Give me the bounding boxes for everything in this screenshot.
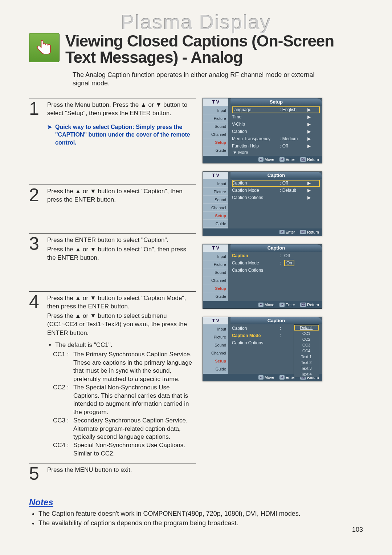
osd-row-value: : Off [280, 181, 305, 186]
title-row: Viewing Closed Captions (On-Screen Text … [29, 33, 363, 66]
cc-code: CC4 : [53, 441, 71, 458]
osd-submenu-option[interactable]: Default [294, 325, 319, 331]
step-text: Press the ▲ or ▼ button to select "Capti… [47, 294, 196, 337]
step-text: Press the Menu button. Press the ▲ or ▼ … [47, 101, 196, 117]
enter-icon: ↵ [279, 157, 285, 162]
osd-nav-item[interactable]: Setup [203, 212, 228, 220]
osd-hint: ↵Enter [279, 303, 295, 307]
osd-nav-item[interactable]: Channel [203, 130, 228, 138]
osd-nav-item[interactable]: Channel [203, 276, 228, 284]
osd-nav-item[interactable]: Guide [203, 220, 228, 228]
osd-submenu-option[interactable]: CC2 [294, 336, 319, 342]
osd-row[interactable]: Language: English▶ [232, 106, 320, 113]
osd-row[interactable]: Menu Transparency: Medium▶ [232, 135, 320, 142]
osd-row[interactable]: Caption Mode:On [232, 260, 320, 267]
osd-row-label: Caption Options [232, 195, 278, 200]
step-1: 1 Press the Menu button. Press the ▲ or … [29, 98, 196, 152]
osd-submenu-option[interactable]: Text 2 [294, 360, 319, 365]
osd-more[interactable]: ▼ More [232, 150, 320, 155]
cc-code: CC3 : [53, 417, 71, 441]
osd-row[interactable]: Caption:Off [232, 252, 320, 259]
osd-row-value: Off [284, 253, 310, 258]
osd-nav-item[interactable]: Picture [203, 260, 228, 268]
osd-submenu[interactable]: DefaultCC1CC2CC3CC4Text 1Text 2Text 3Tex… [294, 324, 319, 377]
enter-icon: ↵ [279, 375, 285, 380]
osd-submenu-option[interactable]: CC3 [294, 342, 319, 348]
osd-row-label: Language [232, 107, 278, 112]
osd-row[interactable]: Caption▶ [232, 128, 320, 135]
osd-row[interactable]: Function Help: Off▶ [232, 143, 320, 150]
chevron-right-icon: ▶ [307, 181, 311, 186]
step-text: Press the ENTER button to select "Captio… [47, 236, 196, 263]
osd-row[interactable]: V-Chip▶ [232, 121, 320, 128]
cc-code: CC1 : [53, 351, 71, 384]
osd-submenu-option[interactable]: CC1 [294, 331, 319, 336]
osd-nav-item[interactable]: Sound [203, 196, 228, 204]
osd-hint: ✦Move [258, 303, 274, 307]
osd-titlebar: Caption [230, 172, 322, 179]
osd-hint: ⌧Return [300, 303, 319, 307]
osd-submenu-option[interactable]: Text 4 [294, 371, 319, 377]
chevron-right-icon: ▶ [307, 195, 311, 200]
osd-row[interactable]: Caption Mode: Default▶ [232, 187, 320, 194]
step-number: 2 [29, 187, 45, 205]
cc-descriptions: CC1 :The Primary Synchronous Caption Ser… [47, 351, 196, 458]
osd-caption: T VCaptionInputPictureSoundChannelSetupG… [203, 171, 322, 236]
step-4: 4 Press the ▲ or ▼ button to select "Cap… [29, 291, 196, 463]
osd-nav-item[interactable]: Sound [203, 122, 228, 130]
brand-header: Plasma Display [29, 10, 363, 34]
osd-nav-item[interactable]: Channel [203, 204, 228, 212]
osd-nav-item[interactable]: Guide [203, 292, 228, 300]
osd-row[interactable]: Caption: Off▶ [232, 180, 320, 187]
return-icon: ⌧ [300, 230, 306, 234]
chevron-right-icon: ▶ [307, 129, 311, 134]
osd-nav-item[interactable]: Input [203, 106, 228, 114]
osd-nav-item[interactable]: Input [203, 180, 228, 188]
osd-nav-item[interactable]: Channel [203, 349, 228, 357]
default-note: The default is "CC1". [47, 341, 196, 349]
note-item: The Caption feature doesn't work in COMP… [38, 509, 363, 518]
osd-row-label: V-Chip [232, 122, 278, 127]
osd-row-label: Time [232, 114, 278, 119]
osd-tv-label: T V [203, 172, 228, 179]
osd-row-value: : Off [280, 143, 305, 149]
osd-row-value: : English [280, 107, 305, 112]
osd-nav-item[interactable]: Setup [203, 138, 228, 146]
osd-nav-item[interactable]: Guide [203, 365, 228, 373]
page-title: Viewing Closed Captions (On-Screen Text … [65, 33, 363, 66]
osd-hint: ↵Enter [279, 375, 295, 380]
bullet: The default is "CC1". [55, 341, 196, 349]
osd-row[interactable]: Caption Options [232, 267, 320, 274]
osd-nav-item[interactable]: Guide [203, 146, 228, 154]
osd-tv-label: T V [203, 98, 228, 106]
step-number: 5 [29, 466, 45, 482]
osd-submenu-option[interactable]: Text 1 [294, 354, 319, 360]
osd-nav-item[interactable]: Sound [203, 341, 228, 349]
osd-nav-item[interactable]: Picture [203, 333, 228, 341]
osd-nav-item[interactable]: Setup [203, 357, 228, 365]
osd-tv-label: T V [203, 244, 228, 252]
osd-titlebar: Caption [230, 317, 322, 324]
osd-titlebar: Caption [230, 244, 322, 252]
osd-nav-item[interactable]: Input [203, 325, 228, 333]
enter-icon: ↵ [279, 303, 285, 307]
move-icon: ✦ [258, 303, 264, 307]
osd-nav-item[interactable]: Picture [203, 114, 228, 122]
osd-submenu-option[interactable]: Text 3 [294, 365, 319, 371]
notes-section: Notes The Caption feature doesn't work i… [29, 497, 363, 528]
osd-row-value: : Medium [280, 136, 305, 141]
osd-hint: ⌧Return [300, 230, 319, 234]
notes-heading: Notes [29, 497, 363, 507]
osd-nav-item[interactable]: Input [203, 252, 228, 260]
osd-nav-item[interactable]: Picture [203, 188, 228, 196]
osd-nav-item[interactable]: Setup [203, 284, 228, 292]
osd-column: T VSetupInputPictureSoundChannelSetupGui… [203, 98, 363, 487]
osd-submenu-option[interactable]: CC4 [294, 348, 319, 354]
osd-row[interactable]: Time▶ [232, 114, 320, 121]
osd-row[interactable]: Caption Options▶ [232, 194, 320, 201]
return-icon: ⌧ [300, 157, 306, 162]
enter-icon: ↵ [279, 230, 285, 234]
osd-hint: ↵Enter [279, 157, 295, 162]
osd-nav-item[interactable]: Sound [203, 268, 228, 276]
cc-description: The Primary Synchronous Caption Service.… [73, 351, 196, 384]
